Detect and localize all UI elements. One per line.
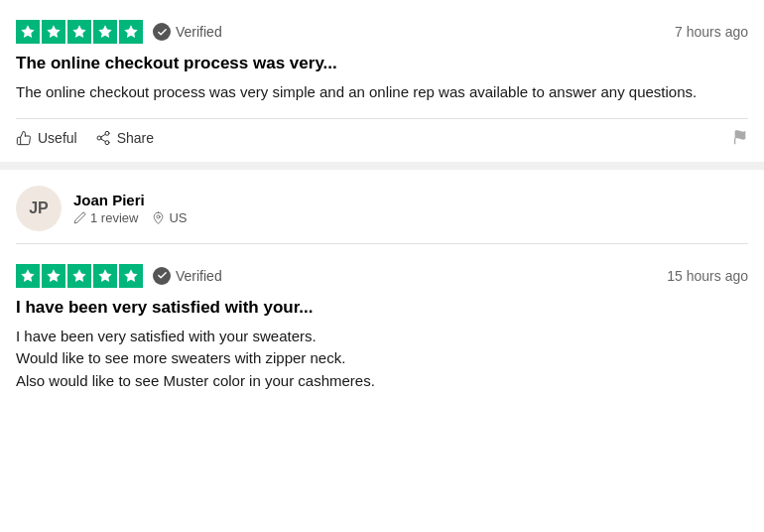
star-2	[42, 20, 65, 44]
review-header-1: Verified 7 hours ago	[16, 20, 748, 44]
verified-icon-1	[153, 23, 171, 41]
svg-marker-16	[124, 269, 137, 282]
star-1	[16, 20, 40, 44]
flag-button-1[interactable]	[732, 129, 748, 148]
review-actions-1: Useful Share	[16, 118, 748, 162]
thumbs-up-icon	[16, 130, 32, 146]
svg-line-8	[100, 139, 105, 142]
location-item-2: US	[152, 210, 187, 225]
timestamp-2: 15 hours ago	[667, 268, 748, 284]
user-details-2: Joan Pieri 1 review US	[73, 192, 187, 225]
svg-point-11	[157, 214, 160, 217]
star-3	[67, 20, 91, 44]
review-header-left-1: Verified	[16, 20, 222, 44]
svg-marker-0	[21, 25, 34, 38]
review-title-1: The online checkout process was very...	[16, 54, 748, 73]
useful-button-1[interactable]: Useful	[16, 130, 77, 146]
svg-marker-12	[21, 269, 34, 282]
verified-label-1: Verified	[176, 24, 222, 40]
review-body-line-1: I have been very satisfied with your swe…	[16, 328, 317, 344]
review-card-1: Verified 7 hours ago The online checkout…	[0, 0, 764, 162]
star-rating-2	[16, 264, 143, 288]
svg-marker-14	[72, 269, 85, 282]
review-card-2: Verified 15 hours ago I have been very s…	[0, 244, 764, 393]
review-header-2: Verified 15 hours ago	[16, 264, 748, 288]
star-2-5	[119, 264, 143, 288]
svg-point-7	[105, 141, 109, 145]
svg-marker-2	[72, 25, 85, 38]
star-2-2	[42, 264, 65, 288]
star-2-3	[67, 264, 91, 288]
verified-label-2: Verified	[176, 268, 222, 284]
star-5	[119, 20, 143, 44]
user-name-2: Joan Pieri	[73, 192, 187, 208]
svg-marker-13	[47, 269, 60, 282]
verified-icon-2	[153, 267, 171, 285]
svg-marker-1	[47, 25, 60, 38]
section-divider	[0, 162, 764, 170]
flag-icon-1	[732, 129, 748, 145]
svg-line-9	[100, 134, 105, 137]
user-info-section-2: JP Joan Pieri 1 review US	[0, 170, 764, 243]
reviews-count-item-2: 1 review	[73, 210, 138, 225]
review-body-1: The online checkout process was very sim…	[16, 81, 748, 104]
share-button-1[interactable]: Share	[95, 130, 154, 146]
svg-marker-4	[124, 25, 137, 38]
useful-label-1: Useful	[38, 130, 77, 146]
svg-marker-3	[98, 25, 111, 38]
review-body-line-2: Would like to see more sweaters with zip…	[16, 349, 345, 366]
reviews-count-2: 1 review	[90, 210, 138, 225]
star-2-1	[16, 264, 40, 288]
svg-point-5	[105, 131, 109, 135]
avatar-2: JP	[16, 186, 62, 231]
review-body-2: I have been very satisfied with your swe…	[16, 326, 748, 393]
user-meta-2: 1 review US	[73, 210, 187, 225]
timestamp-1: 7 hours ago	[675, 24, 748, 40]
review-title-2: I have been very satisfied with your...	[16, 298, 748, 318]
share-label-1: Share	[117, 130, 154, 146]
avatar-initials-2: JP	[29, 200, 49, 217]
star-2-4	[93, 264, 117, 288]
share-icon	[95, 130, 111, 146]
svg-point-6	[97, 136, 101, 140]
review-header-left-2: Verified	[16, 264, 222, 288]
verified-badge-1: Verified	[153, 23, 222, 41]
svg-marker-15	[98, 269, 111, 282]
review-body-line-3: Also would like to see Muster color in y…	[16, 372, 375, 389]
location-icon	[152, 211, 165, 224]
pencil-icon	[73, 211, 86, 224]
star-rating-1	[16, 20, 143, 44]
verified-badge-2: Verified	[153, 267, 222, 285]
location-2: US	[169, 210, 187, 225]
star-4	[93, 20, 117, 44]
actions-left-1: Useful Share	[16, 130, 154, 146]
